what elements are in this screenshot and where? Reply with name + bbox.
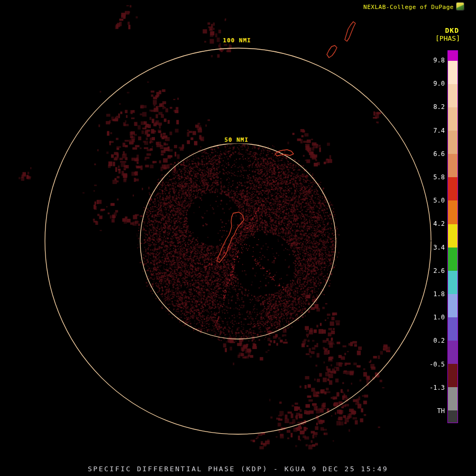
colorbar-segment	[448, 224, 457, 248]
colorbar-segment	[448, 317, 457, 341]
colorbar-segment	[448, 248, 457, 271]
units-label: [PHAS]	[435, 34, 460, 42]
colorbar-segment	[448, 131, 457, 154]
colorbar-segment	[448, 51, 457, 61]
radar-echo-canvas	[0, 0, 476, 476]
colorbar	[447, 50, 458, 423]
colorbar-segment	[448, 61, 457, 84]
radar-display: 100 NMI50 NMI NEXLAB-College of DuPage D…	[0, 0, 476, 476]
colorbar-segment	[448, 200, 457, 224]
cod-logo-icon	[456, 3, 464, 10]
product-caption: SPECIFIC DIFFERENTIAL PHASE (KDP) - KGUA…	[0, 465, 476, 473]
colorbar-segment	[448, 154, 457, 177]
colorbar-segment	[448, 84, 457, 107]
colorbar-segment	[448, 341, 457, 364]
colorbar-segment	[448, 271, 457, 294]
brand-text: NEXLAB-College of DuPage	[363, 4, 454, 11]
colorbar-segment	[448, 364, 457, 387]
product-code-label: DKD	[445, 26, 459, 34]
colorbar-segment	[448, 410, 457, 423]
colorbar-segment	[448, 387, 457, 410]
colorbar-segment	[448, 294, 457, 317]
colorbar-segment	[448, 177, 457, 200]
colorbar-segment	[448, 107, 457, 131]
